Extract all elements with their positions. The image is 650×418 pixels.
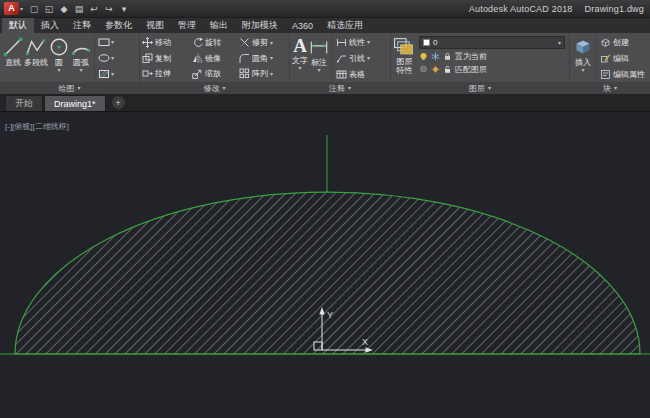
autocad-window: A ▾ ▢ ◱ ◆ ▤ ↩ ↪ ▾ Autodesk AutoCAD 2018 … [0,0,650,418]
hatched-dome-entity[interactable] [15,192,640,354]
text-button[interactable]: A 文字 ▾ [292,34,308,82]
edit-block-button[interactable]: 编辑 [600,53,645,64]
stretch-icon [142,68,153,79]
stretch-button[interactable]: 拉伸 [142,66,192,82]
open-file-icon[interactable]: ◱ [44,4,54,14]
polyline-label: 多段线 [24,58,48,67]
circle-button[interactable]: 圆 ▾ [48,34,70,82]
dimension-button[interactable]: 标注 ▾ [308,34,330,82]
polyline-button[interactable]: 多段线 [24,34,48,82]
ribbon-tab-insert[interactable]: 插入 [34,18,66,33]
annotation-panel: A 文字 ▾ 标注 ▾ 线性 ▾ 引 [290,33,391,94]
linear-dimension-icon [336,37,347,48]
dimension-icon [308,36,330,58]
array-button[interactable]: 阵列 ▾ [239,66,289,82]
trim-button[interactable]: 修剪 ▾ [239,35,289,51]
insert-block-button[interactable]: 插入 ▾ [572,34,594,82]
set-current-button[interactable]: 置为当前 [455,51,487,62]
block-panel: 插入 ▾ 创建 编辑 编辑属性 [570,33,650,94]
ribbon: 直线 多段线 圆 ▾ 圆弧 ▾ [0,33,650,94]
ribbon-tab-a360[interactable]: A360 [285,18,320,33]
leader-button[interactable]: 引线 ▾ [336,53,370,64]
layer-on-icon[interactable] [419,65,428,74]
ribbon-tab-default[interactable]: 默认 [2,18,34,33]
fillet-icon [239,53,250,64]
rectangle-button[interactable]: ▾ [98,36,114,48]
line-button[interactable]: 直线 [2,34,24,82]
ribbon-tab-view[interactable]: 视图 [139,18,171,33]
plot-icon[interactable]: ▤ [74,4,84,14]
undo-icon[interactable]: ↩ [89,4,99,14]
edit-block-icon [600,53,611,64]
arc-icon [70,36,92,58]
text-icon: A [293,36,307,56]
drawing-canvas[interactable]: [-][俯视][二维线框] Y X [0,112,650,418]
move-button[interactable]: 移动 [142,35,192,51]
ribbon-tab-output[interactable]: 输出 [203,18,235,33]
redo-icon[interactable]: ↪ [104,4,114,14]
chevron-down-icon: ▾ [111,71,114,77]
chevron-down-icon: ▾ [348,85,351,91]
viewport-controls[interactable]: [-][俯视][二维线框] [5,121,69,132]
edit-attributes-button[interactable]: 编辑属性 [600,69,645,80]
layer-freeze-icon[interactable] [431,52,440,61]
file-tab-drawing1[interactable]: Drawing1* [44,95,106,111]
titlebar: A ▾ ▢ ◱ ◆ ▤ ↩ ↪ ▾ Autodesk AutoCAD 2018 … [0,0,650,18]
ribbon-tab-manage[interactable]: 管理 [171,18,203,33]
file-tab-start[interactable]: 开始 [5,95,43,111]
arc-button[interactable]: 圆弧 ▾ [70,34,92,82]
scale-label: 缩放 [205,68,221,79]
qat-customize-chevron-icon[interactable]: ▾ [119,4,129,14]
layer-properties-button[interactable]: 图层 特性 [393,34,416,82]
hatch-button[interactable]: ▾ [98,68,114,80]
modify-panel-title[interactable]: 修改 ▾ [140,82,289,94]
block-panel-title[interactable]: 块 ▾ [570,82,650,94]
model-space[interactable]: Y X [0,112,650,418]
ellipse-icon [98,52,110,64]
rotate-icon [192,37,203,48]
circle-icon [48,36,70,58]
ribbon-tab-bar: 默认 插入 注释 参数化 视图 管理 输出 附加模块 A360 精选应用 [0,18,650,33]
layer-lock-icon[interactable] [443,52,452,61]
layer-off-icon[interactable] [419,52,428,61]
mirror-button[interactable]: 镜像 [192,50,239,66]
new-drawing-tab-button[interactable]: + [112,96,125,109]
match-layer-button[interactable]: 匹配图层 [455,64,487,75]
copy-label: 复制 [155,53,171,64]
dimension-label: 标注 [311,58,327,67]
chevron-down-icon: ▾ [367,39,370,45]
ucs-x-label: X [362,337,368,347]
rotate-button[interactable]: 旋转 [192,35,239,51]
layers-panel-title[interactable]: 图层 ▾ [391,82,569,94]
new-file-icon[interactable]: ▢ [29,4,39,14]
document-title: Drawing1.dwg [585,4,644,14]
ribbon-tab-annotate[interactable]: 注释 [66,18,98,33]
chevron-down-icon: ▾ [270,40,273,46]
create-block-icon [600,37,611,48]
ribbon-tab-parametric[interactable]: 参数化 [98,18,139,33]
layer-unlock-icon[interactable] [443,65,452,74]
ribbon-tab-featured-apps[interactable]: 精选应用 [320,18,370,33]
chevron-down-icon: ▾ [581,67,584,73]
annotation-panel-title[interactable]: 注释 ▾ [290,82,390,94]
create-block-label: 创建 [613,37,629,48]
ellipse-button[interactable]: ▾ [98,52,114,64]
save-icon[interactable]: ◆ [59,4,69,14]
create-block-button[interactable]: 创建 [600,37,645,48]
table-button[interactable]: 表格 [336,69,370,80]
autocad-logo: A [4,2,19,15]
copy-button[interactable]: 复制 [142,50,192,66]
scale-button[interactable]: 缩放 [192,66,239,82]
draw-panel-title[interactable]: 绘图 ▾ [0,82,139,94]
edit-attributes-label: 编辑属性 [613,69,645,80]
linear-dimension-button[interactable]: 线性 ▾ [336,37,370,48]
modify-panel-label: 修改 [203,83,219,94]
fillet-button[interactable]: 圆角 ▾ [239,50,289,66]
modify-panel: 移动 旋转 修剪 ▾ 复制 [140,33,290,94]
edit-attributes-icon [600,69,611,80]
layer-dropdown[interactable]: 0 ▾ [419,36,565,49]
hatch-icon [98,68,110,80]
app-menu-button[interactable]: A ▾ [4,2,23,15]
ribbon-tab-addins[interactable]: 附加模块 [235,18,285,33]
layer-thaw-icon[interactable] [431,65,440,74]
